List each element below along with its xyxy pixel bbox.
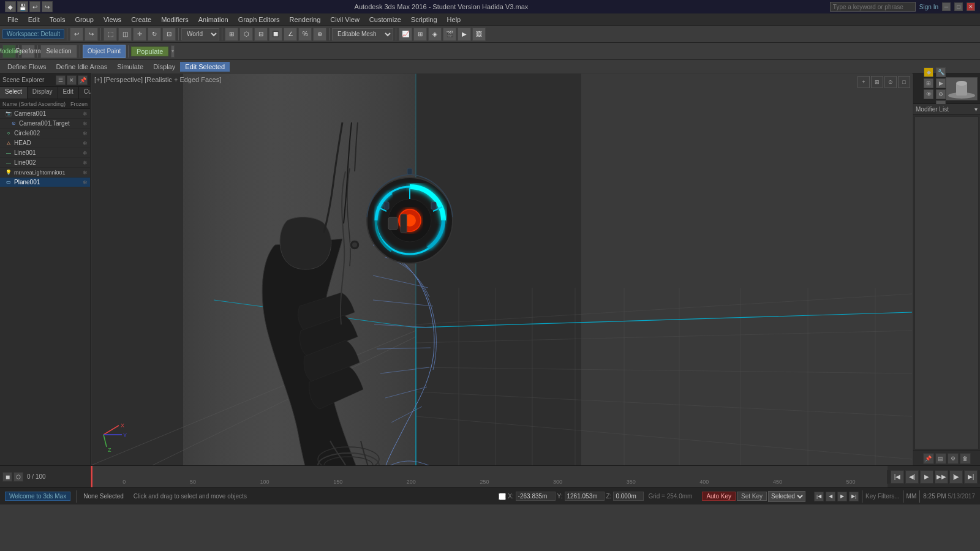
- named-sel-dropdown[interactable]: Editable Mesh: [332, 28, 393, 40]
- sub-btn-display[interactable]: Display: [148, 62, 180, 72]
- menu-edit[interactable]: Edit: [23, 15, 45, 24]
- scene-btn-close[interactable]: ✕: [67, 75, 77, 85]
- next-frame-btn[interactable]: |▶: [949, 470, 963, 484]
- ts-go-end[interactable]: ▶|: [849, 492, 859, 501]
- tb-snap-toggle[interactable]: 🔲: [269, 28, 282, 41]
- sub-btn-define-flows[interactable]: Define Flows: [2, 62, 51, 72]
- y-coord-input[interactable]: [565, 492, 605, 501]
- configure-btn[interactable]: ⚙: [948, 453, 959, 464]
- maximize-button[interactable]: □: [954, 2, 963, 11]
- menu-civil-view[interactable]: Civil View: [325, 15, 364, 24]
- pin-stack-btn[interactable]: 📌: [923, 453, 934, 464]
- z-coord-input[interactable]: [613, 492, 644, 501]
- scene-item-camera001[interactable]: 📷 Camera001 ❄: [0, 109, 90, 119]
- tb-redo[interactable]: ↪: [85, 28, 98, 41]
- menu-file[interactable]: File: [2, 15, 23, 24]
- tb-render-setup[interactable]: 🎬: [443, 28, 456, 41]
- tl-btn-mode[interactable]: ◼: [2, 472, 12, 482]
- quick-access-redo[interactable]: ↪: [42, 1, 53, 12]
- tab-object-paint[interactable]: Object Paint: [83, 45, 126, 58]
- scene-item-circle002[interactable]: ○ Circle002 ❄: [0, 129, 90, 138]
- set-key-btn[interactable]: Set Key: [737, 492, 767, 501]
- rt-utilities-tab[interactable]: ⚙: [936, 89, 946, 99]
- tb-material[interactable]: ◈: [428, 28, 442, 41]
- rt-create-tab[interactable]: ◆: [924, 67, 933, 77]
- tb-schematic[interactable]: ⊞: [413, 28, 427, 41]
- sub-btn-define-idle[interactable]: Define Idle Areas: [51, 62, 113, 72]
- menu-customize[interactable]: Customize: [364, 15, 406, 24]
- tb-curve-editor[interactable]: 📈: [399, 28, 412, 41]
- timeline-track[interactable]: 0 50 100 150 200 250 300 350 400 450 500: [91, 466, 888, 487]
- quick-access-undo[interactable]: ↩: [29, 1, 40, 12]
- tb-render-frame[interactable]: 🖼: [472, 28, 486, 41]
- tb-percent-snap[interactable]: %: [298, 28, 312, 41]
- scene-item-mr-area-light[interactable]: 💡 mrAreaLightomni001 ❄: [0, 168, 90, 178]
- scene-item-head[interactable]: △ HEAD ❄: [0, 138, 90, 148]
- scene-tab-display[interactable]: Display: [28, 87, 58, 99]
- snap-checkbox[interactable]: [499, 493, 506, 500]
- tb-scale[interactable]: ⊡: [162, 28, 176, 41]
- sub-btn-simulate[interactable]: Simulate: [112, 62, 148, 72]
- auto-key-btn[interactable]: Auto Key: [702, 492, 736, 501]
- tb-select[interactable]: ⬚: [104, 28, 117, 41]
- modifier-list-area[interactable]: [914, 116, 979, 449]
- scene-item-line001[interactable]: — Line001 ❄: [0, 148, 90, 158]
- tb-layer[interactable]: ⊞: [225, 28, 238, 41]
- vp-icon-persp[interactable]: ⊙: [884, 76, 897, 88]
- menu-animation[interactable]: Animation: [194, 15, 233, 24]
- tb-undo[interactable]: ↩: [70, 28, 83, 41]
- quick-access-save[interactable]: 💾: [17, 1, 28, 12]
- prev-frame-btn[interactable]: ◀|: [905, 470, 919, 484]
- close-button[interactable]: ✕: [967, 2, 975, 11]
- sign-in-link[interactable]: Sign In: [919, 4, 938, 10]
- scene-item-plane001[interactable]: ▭ Plane001 ❄: [0, 178, 90, 187]
- sub-btn-edit-selected[interactable]: Edit Selected: [180, 62, 230, 72]
- tb-align[interactable]: ⊟: [254, 28, 268, 41]
- ts-prev-key[interactable]: ◀: [826, 492, 835, 501]
- tb-move[interactable]: ✛: [133, 28, 146, 41]
- scene-tab-edit[interactable]: Edit: [58, 87, 79, 99]
- tab-modeling[interactable]: Modeling: [2, 45, 16, 58]
- play-btn[interactable]: ▶: [920, 470, 933, 484]
- goto-end-btn[interactable]: ▶|: [964, 470, 978, 484]
- tb-render[interactable]: ▶: [458, 28, 471, 41]
- goto-start-btn[interactable]: |◀: [891, 470, 904, 484]
- tab-freeform[interactable]: Freeform: [21, 45, 35, 58]
- menu-group[interactable]: Group: [70, 15, 99, 24]
- tb-mirror[interactable]: ⬡: [239, 28, 253, 41]
- viewport-area[interactable]: [+] [Perspective] [Realistic + Edged Fac…: [91, 73, 913, 465]
- scene-btn-options[interactable]: ☰: [56, 75, 66, 85]
- rt-motion-tab[interactable]: ▶: [936, 78, 946, 88]
- rt-hierarchy-tab[interactable]: ⊞: [924, 78, 933, 88]
- tb-rotate[interactable]: ↻: [148, 28, 161, 41]
- rt-display-tab[interactable]: 👁: [924, 89, 933, 99]
- menu-views[interactable]: Views: [99, 15, 126, 24]
- trash-btn[interactable]: 🗑: [960, 453, 971, 464]
- minimize-button[interactable]: ─: [942, 2, 951, 11]
- scene-item-camera001-target[interactable]: ⊙ Camera001.Target ❄: [0, 119, 90, 129]
- menu-create[interactable]: Create: [126, 15, 156, 24]
- show-all-btn[interactable]: ▤: [935, 453, 946, 464]
- tab-selection[interactable]: Selection: [40, 45, 77, 58]
- vp-icon-max[interactable]: □: [898, 76, 910, 88]
- tab-populate[interactable]: Populate: [131, 47, 168, 56]
- tb-select-region[interactable]: ◫: [118, 28, 132, 41]
- workspace-label[interactable]: Workspace: Default: [2, 29, 64, 39]
- key-filter-dropdown[interactable]: Selected: [768, 491, 805, 502]
- reference-coord-dropdown[interactable]: WorldLocalScreen: [181, 28, 219, 40]
- menu-scripting[interactable]: Scripting: [406, 15, 442, 24]
- ribbon-expand-btn[interactable]: ▾: [171, 45, 175, 58]
- tb-spinner-snap[interactable]: ⊕: [313, 28, 326, 41]
- rt-modify-tab[interactable]: 🔧: [936, 67, 946, 77]
- menu-modifiers[interactable]: Modifiers: [156, 15, 194, 24]
- scene-btn-pin[interactable]: 📌: [78, 75, 88, 85]
- x-coord-input[interactable]: [516, 492, 556, 501]
- menu-help[interactable]: Help: [442, 15, 466, 24]
- menu-graph-editors[interactable]: Graph Editors: [233, 15, 285, 24]
- scene-item-line002[interactable]: — Line002 ❄: [0, 158, 90, 168]
- menu-tools[interactable]: Tools: [45, 15, 70, 24]
- menu-rendering[interactable]: Rendering: [285, 15, 326, 24]
- ts-next-key[interactable]: ▶: [837, 492, 847, 501]
- scene-tab-select[interactable]: Select: [0, 87, 28, 99]
- vp-icon-plus[interactable]: +: [858, 76, 870, 88]
